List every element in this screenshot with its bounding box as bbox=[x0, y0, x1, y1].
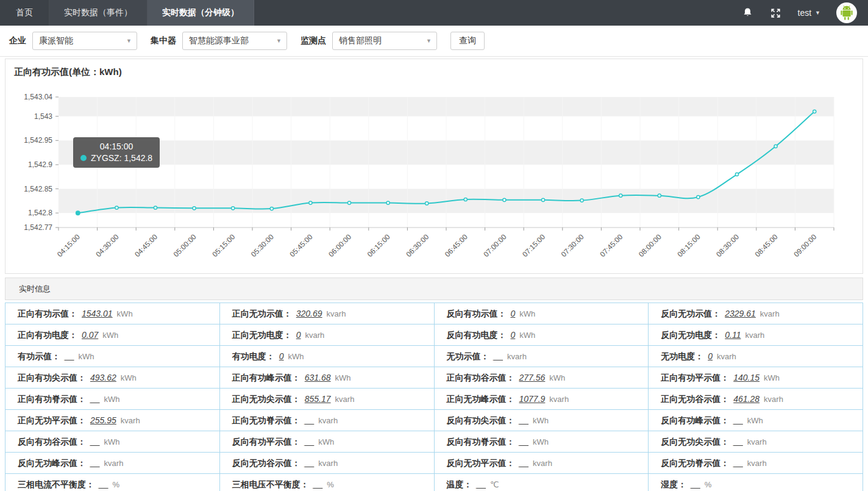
line-chart-canvas[interactable]: 1,543.041,5431,542.951,542.91,542.851,54… bbox=[5, 59, 863, 273]
metric-value-link[interactable]: __ bbox=[733, 437, 743, 446]
metric-cell: 反向有功峰示值：__kWh bbox=[649, 410, 863, 431]
avatar[interactable] bbox=[836, 2, 857, 23]
bell-icon[interactable] bbox=[742, 7, 754, 19]
metric-cell: 三相电流不平衡度：__% bbox=[5, 474, 220, 491]
metric-cell: 反向有功平示值：__kWh bbox=[219, 431, 434, 453]
data-point[interactable] bbox=[309, 201, 312, 204]
metric-value-link[interactable]: __ bbox=[691, 479, 700, 489]
data-point[interactable] bbox=[619, 194, 622, 197]
metric-unit: kWh bbox=[747, 416, 763, 425]
enterprise-label: 企业 bbox=[9, 35, 26, 46]
metric-value-link[interactable]: __ bbox=[99, 479, 108, 489]
metric-value-link[interactable]: __ bbox=[305, 437, 315, 446]
metric-label: 反向无功平示值： bbox=[447, 458, 515, 468]
data-point[interactable] bbox=[232, 207, 235, 210]
metric-cell: 正向无功尖示值：855.17kvarh bbox=[219, 389, 434, 410]
metric-label: 正向有功谷示值： bbox=[447, 373, 515, 382]
metric-value-link[interactable]: 140.15 bbox=[733, 373, 760, 382]
metric-unit: kWh bbox=[104, 395, 120, 404]
data-point[interactable] bbox=[503, 198, 506, 201]
chart-panel: 1,543.041,5431,542.951,542.91,542.851,54… bbox=[5, 59, 863, 274]
metric-value-link[interactable]: 320.69 bbox=[296, 309, 322, 318]
metric-value-link[interactable]: __ bbox=[90, 394, 100, 404]
x-axis-label: 07:00:00 bbox=[482, 232, 508, 259]
metric-cell: 正向有功示值：1543.01kWh bbox=[5, 303, 220, 324]
data-point[interactable] bbox=[193, 207, 196, 210]
metric-value-link[interactable]: 1077.9 bbox=[519, 394, 546, 404]
metric-value-link[interactable]: 255.95 bbox=[90, 415, 116, 425]
tab-realtime-minute[interactable]: 实时数据（分钟级） bbox=[148, 0, 254, 26]
metric-value-link[interactable]: __ bbox=[65, 351, 74, 361]
metric-value-link[interactable]: __ bbox=[90, 437, 100, 446]
metric-unit: kvarh bbox=[747, 459, 767, 468]
metric-unit: kvarh bbox=[549, 395, 569, 404]
metric-value-link[interactable]: 277.56 bbox=[519, 373, 546, 382]
data-point[interactable] bbox=[425, 202, 429, 205]
data-point[interactable] bbox=[658, 194, 661, 197]
metric-value-link[interactable]: 1543.01 bbox=[82, 309, 113, 318]
fullscreen-icon[interactable] bbox=[770, 7, 782, 19]
metric-cell: 正向无功峰示值：1077.9kvarh bbox=[434, 389, 649, 410]
data-point[interactable] bbox=[76, 211, 80, 215]
data-point[interactable] bbox=[697, 196, 700, 199]
chevron-down-icon: ▼ bbox=[126, 38, 132, 44]
data-point[interactable] bbox=[154, 206, 157, 209]
metric-value-link[interactable]: 631.68 bbox=[305, 373, 331, 382]
metric-value-link[interactable]: __ bbox=[733, 458, 743, 468]
metric-label: 反向有功电度： bbox=[447, 330, 507, 340]
metric-value-link[interactable]: __ bbox=[90, 458, 100, 468]
metric-unit: kvarh bbox=[104, 459, 124, 468]
x-axis-label: 08:45:00 bbox=[753, 232, 780, 259]
metric-label: 反向有功脊示值： bbox=[447, 437, 515, 446]
metric-value-link[interactable]: 855.17 bbox=[305, 394, 331, 404]
table-row: 有功示值：__kWh有功电度：0kWh无功示值：__kvarh无功电度：0kva… bbox=[5, 346, 863, 367]
metric-value-link[interactable]: 2329.61 bbox=[725, 309, 756, 318]
metric-value-link[interactable]: 0 bbox=[708, 351, 713, 361]
metric-value-link[interactable]: 0.07 bbox=[82, 330, 98, 340]
metric-value-link[interactable]: __ bbox=[313, 479, 323, 489]
metric-cell: 正向有功电度：0.07kWh bbox=[5, 324, 220, 346]
concentrator-select[interactable]: 智慧能源事业部 ▼ bbox=[182, 32, 287, 50]
metric-value-link[interactable]: __ bbox=[519, 415, 529, 425]
metric-unit: kvarh bbox=[760, 309, 780, 318]
metric-value-link[interactable]: __ bbox=[477, 479, 486, 489]
metric-value-link[interactable]: 0 bbox=[279, 351, 284, 361]
enterprise-select[interactable]: 康派智能 ▼ bbox=[32, 32, 137, 50]
metric-label: 正向有功峰示值： bbox=[232, 373, 301, 382]
metric-value-link[interactable]: 0.11 bbox=[725, 330, 741, 340]
metric-unit: % bbox=[327, 480, 334, 489]
data-point[interactable] bbox=[813, 110, 816, 113]
metric-value-link[interactable]: 461.28 bbox=[733, 394, 760, 404]
data-point[interactable] bbox=[386, 201, 390, 204]
metric-value-link[interactable]: 0 bbox=[296, 330, 301, 340]
filter-bar: 企业 康派智能 ▼ 集中器 智慧能源事业部 ▼ 监测点 销售部照明 ▼ 查询 bbox=[0, 26, 868, 57]
metric-cell: 有功电度：0kWh bbox=[219, 346, 434, 367]
metric-value-link[interactable]: 0 bbox=[511, 309, 516, 318]
metric-label: 正向有功电度： bbox=[18, 330, 77, 340]
data-point[interactable] bbox=[464, 198, 467, 201]
data-point[interactable] bbox=[735, 173, 738, 176]
data-point[interactable] bbox=[115, 206, 118, 209]
metric-value-link[interactable]: __ bbox=[519, 458, 529, 468]
metric-label: 正向无功谷示值： bbox=[661, 394, 729, 404]
data-point[interactable] bbox=[774, 145, 777, 148]
data-point[interactable] bbox=[541, 198, 544, 201]
table-row: 正向有功脊示值：__kWh正向无功尖示值：855.17kvarh正向无功峰示值：… bbox=[5, 389, 863, 410]
x-axis-label: 04:45:00 bbox=[133, 232, 159, 259]
metric-value-link[interactable]: __ bbox=[519, 437, 529, 446]
metric-value-link[interactable]: __ bbox=[305, 415, 315, 425]
metric-value-link[interactable]: 0 bbox=[511, 330, 516, 340]
tab-realtime-event[interactable]: 实时数据（事件） bbox=[49, 0, 148, 26]
tab-home[interactable]: 首页 bbox=[0, 0, 49, 26]
user-menu[interactable]: test ▼ bbox=[798, 8, 821, 18]
metric-value-link[interactable]: __ bbox=[305, 458, 315, 468]
data-point[interactable] bbox=[270, 207, 273, 210]
monitor-point-select[interactable]: 销售部照明 ▼ bbox=[332, 32, 437, 50]
metric-value-link[interactable]: __ bbox=[733, 415, 743, 425]
query-button[interactable]: 查询 bbox=[450, 32, 485, 50]
metric-label: 反向无功脊示值： bbox=[661, 458, 729, 468]
data-point[interactable] bbox=[347, 201, 350, 204]
metric-value-link[interactable]: 493.62 bbox=[90, 373, 116, 382]
data-point[interactable] bbox=[580, 199, 583, 202]
metric-value-link[interactable]: __ bbox=[494, 351, 503, 361]
